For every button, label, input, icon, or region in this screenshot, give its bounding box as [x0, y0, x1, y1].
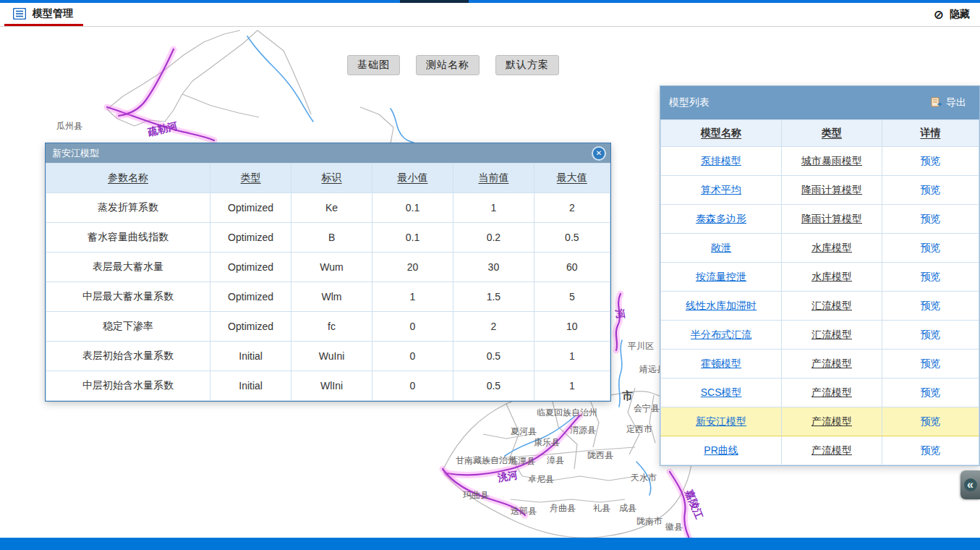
- model-name-link[interactable]: 新安江模型: [696, 415, 746, 427]
- model-preview-link[interactable]: 预览: [920, 184, 940, 195]
- model-preview-link-cell: 预览: [882, 350, 979, 378]
- model-name-link-cell: 泵排模型: [661, 147, 782, 176]
- model-name-link[interactable]: 泰森多边形: [696, 213, 746, 224]
- model-preview-link[interactable]: 预览: [920, 444, 940, 456]
- model-preview-link-cell: 预览: [882, 292, 979, 321]
- tab-label: 模型管理: [33, 7, 73, 20]
- model-preview-link[interactable]: 预览: [920, 300, 940, 311]
- model-panel-title: 模型列表: [669, 96, 710, 109]
- basemap-button[interactable]: 基础图: [347, 55, 400, 75]
- close-icon[interactable]: ✕: [592, 146, 606, 161]
- top-strip: [0, 0, 980, 3]
- model-type-link[interactable]: 水库模型: [811, 242, 852, 253]
- tab-model-management[interactable]: 模型管理: [4, 3, 83, 26]
- param-cell: fc: [291, 312, 372, 342]
- model-preview-link-cell: 预览: [882, 321, 979, 350]
- model-type-link[interactable]: 降雨计算模型: [801, 213, 862, 224]
- model-type-link[interactable]: 汇流模型: [811, 329, 852, 340]
- model-name-link[interactable]: SCS模型: [701, 386, 742, 398]
- export-button[interactable]: 导出: [931, 96, 966, 110]
- model-preview-link[interactable]: 预览: [920, 271, 940, 282]
- map-place-label: 瓜州县: [56, 120, 82, 132]
- model-name-link[interactable]: 线性水库加滞时: [686, 300, 757, 311]
- model-name-link-cell: 算术平均: [661, 176, 782, 205]
- model-name-link-cell: 新安江模型: [661, 407, 782, 436]
- model-name-link[interactable]: 泵排模型: [701, 155, 741, 166]
- model-name-link[interactable]: PR曲线: [704, 444, 738, 456]
- param-cell: 1: [534, 371, 610, 401]
- param-cell: Wlm: [291, 282, 372, 312]
- param-cell: Ke: [291, 193, 372, 223]
- param-dialog-header[interactable]: 新安江模型 ✕: [46, 143, 610, 163]
- model-name-link[interactable]: 半分布式汇流: [691, 329, 751, 340]
- export-label: 导出: [946, 96, 966, 109]
- model-type-link-cell: 降雨计算模型: [782, 176, 882, 205]
- param-table-body: 蒸发折算系数OptimizedKe0.112蓄水容量曲线指数OptimizedB…: [46, 193, 610, 401]
- param-cell: 表层初始含水量系数: [46, 342, 210, 371]
- model-name-link[interactable]: 敞泄: [711, 242, 731, 253]
- param-cell: 1: [534, 342, 610, 371]
- param-row: 中层初始含水量系数InitialWlIni00.51: [46, 371, 610, 401]
- param-cell: 1: [372, 282, 453, 312]
- model-list-panel: 模型列表 导出 模型名称类型详情 泵排模型城市暴雨模型预览算术平均降雨计算模型预…: [660, 85, 980, 466]
- param-cell: 0.1: [372, 223, 453, 253]
- param-cell: 60: [534, 253, 610, 282]
- param-cell: 0: [372, 371, 453, 401]
- param-cell: 1: [453, 193, 534, 223]
- param-cell: 表层最大蓄水量: [46, 253, 210, 282]
- param-cell: Initial: [210, 371, 291, 401]
- model-preview-link[interactable]: 预览: [920, 155, 940, 166]
- model-preview-link[interactable]: 预览: [920, 358, 940, 369]
- map-place-label: 卓尼县: [528, 473, 554, 486]
- param-row: 稳定下渗率Optimizedfc0210: [46, 312, 610, 342]
- model-type-link[interactable]: 产流模型: [811, 386, 852, 398]
- model-row: 敞泄水库模型预览: [661, 234, 979, 263]
- model-type-link[interactable]: 城市暴雨模型: [801, 155, 862, 166]
- model-row: SCS模型产流模型预览: [661, 378, 979, 407]
- model-type-link[interactable]: 产流模型: [811, 358, 852, 369]
- station-names-button[interactable]: 测站名称: [416, 55, 480, 75]
- param-cell: Initial: [210, 342, 291, 371]
- model-preview-link[interactable]: 预览: [920, 213, 940, 224]
- top-strip-dark-segment: [400, 0, 469, 3]
- model-name-link[interactable]: 按流量控泄: [696, 271, 746, 282]
- model-row: 算术平均降雨计算模型预览: [661, 176, 979, 205]
- map-place-label: 天水市: [631, 472, 657, 484]
- model-row: 半分布式汇流汇流模型预览: [661, 321, 979, 350]
- param-col-header: 最大值: [534, 164, 610, 193]
- model-type-link-cell: 产流模型: [782, 436, 882, 465]
- model-type-link[interactable]: 产流模型: [811, 415, 852, 427]
- app: 模型管理 ⊘ 隐藏: [0, 0, 980, 550]
- default-scheme-button[interactable]: 默认方案: [495, 55, 559, 75]
- model-type-link-cell: 降雨计算模型: [782, 205, 882, 234]
- model-row: 霍顿模型产流模型预览: [661, 350, 979, 378]
- model-preview-link[interactable]: 预览: [920, 386, 940, 398]
- model-type-link[interactable]: 水库模型: [811, 271, 852, 282]
- model-name-link-cell: 按流量控泄: [661, 263, 782, 292]
- model-preview-link[interactable]: 预览: [920, 329, 940, 340]
- map-place-label: 陇西县: [587, 449, 613, 462]
- param-cell: 中层初始含水量系数: [46, 371, 210, 401]
- param-cell: 0: [372, 312, 453, 342]
- hide-control[interactable]: ⊘ 隐藏: [934, 8, 970, 21]
- param-cell: WuIni: [291, 342, 372, 371]
- model-type-link[interactable]: 汇流模型: [811, 300, 852, 311]
- model-type-link[interactable]: 产流模型: [811, 444, 852, 456]
- map-place-label: 会宁县: [634, 402, 660, 415]
- model-type-link[interactable]: 降雨计算模型: [801, 184, 862, 195]
- model-name-link[interactable]: 霍顿模型: [701, 358, 741, 369]
- panel-collapse-handle[interactable]: «: [960, 470, 980, 499]
- param-cell: 2: [534, 193, 610, 223]
- param-col-header: 类型: [210, 164, 291, 193]
- param-cell: 0.2: [453, 223, 534, 253]
- map-place-label: 徽县: [665, 521, 683, 533]
- param-cell: 中层最大蓄水量系数: [46, 282, 210, 312]
- param-cell: 0.5: [534, 223, 610, 253]
- model-name-link[interactable]: 算术平均: [701, 184, 741, 195]
- param-cell: 0.1: [372, 193, 453, 223]
- param-cell: 稳定下渗率: [46, 312, 210, 342]
- model-preview-link[interactable]: 预览: [920, 242, 940, 253]
- model-col-header: 模型名称: [661, 120, 782, 147]
- model-preview-link[interactable]: 预览: [920, 415, 940, 427]
- param-cell: 1.5: [453, 282, 534, 312]
